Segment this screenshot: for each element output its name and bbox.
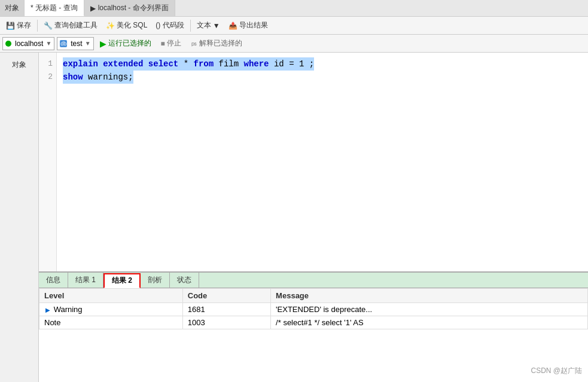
code-line-1: explain extended select * from film wher… <box>63 57 582 71</box>
separator-2 <box>190 20 191 32</box>
beautify-icon: ✨ <box>106 22 115 30</box>
host-label: localhost <box>15 39 43 48</box>
sidebar: 对象 <box>0 53 39 382</box>
row2-message: /* select#1 */ select '1' AS <box>271 316 588 329</box>
connection-status-icon <box>5 41 11 47</box>
result-tabs: 信息 结果 1 结果 2 剖析 状态 <box>39 273 588 288</box>
stop-button[interactable]: ■ 停止 <box>157 37 185 50</box>
beautify-sql-button[interactable]: ✨ 美化 SQL <box>102 19 151 32</box>
code-line-1-text: explain extended select * from film wher… <box>63 57 314 71</box>
connection-bar: localhost ▼ db test ▼ ▶ 运行已选择的 ■ 停止 ㎰ 解释… <box>0 35 588 53</box>
code-snippet-button[interactable]: () 代码段 <box>152 19 187 32</box>
results-grid: Level Code Message <box>39 288 588 329</box>
result-table[interactable]: Level Code Message <box>39 288 588 382</box>
separator-1 <box>37 20 38 32</box>
row-indicator-1: ▶ <box>44 307 51 313</box>
query-builder-button[interactable]: 🔧 查询创建工具 <box>40 19 101 32</box>
main-layout: 对象 1 2 explain extended <box>0 53 588 382</box>
stop-icon: ■ <box>161 39 165 48</box>
database-label: test <box>71 39 82 48</box>
col-message: Message <box>271 289 588 303</box>
row2-code: 1003 <box>182 316 270 329</box>
tab-result2[interactable]: 结果 2 <box>103 273 141 288</box>
text-button[interactable]: 文本 ▼ <box>193 19 224 32</box>
tab-result1[interactable]: 结果 1 <box>68 273 103 288</box>
database-icon: db <box>60 40 67 47</box>
table-row[interactable]: ▶ Warning 1681 'EXTENDED' is deprecate..… <box>39 303 588 316</box>
query-tab-label: * 无标题 - 查询 <box>31 3 78 13</box>
col-code: Code <box>182 289 270 303</box>
code-line-2: show warnings; <box>63 71 582 84</box>
line-numbers: 1 2 <box>39 53 57 271</box>
editor-area[interactable]: 1 2 explain extended select * from <box>39 53 588 271</box>
save-icon: 💾 <box>6 22 15 30</box>
console-tab-icon: ▶ <box>90 4 96 13</box>
code-line-2-text: show warnings; <box>63 71 133 84</box>
host-selector[interactable]: localhost ▼ <box>2 37 54 50</box>
database-selector[interactable]: db test ▼ <box>57 37 93 50</box>
dropdown-arrow-icon: ▼ <box>213 22 220 30</box>
line-number-1: 1 <box>42 57 53 71</box>
tab-status[interactable]: 状态 <box>170 273 199 288</box>
objects-panel-tab[interactable]: 对象 <box>0 0 25 16</box>
query-tab[interactable]: * 无标题 - 查询 <box>25 0 84 16</box>
watermark: CSDN @赵广陆 <box>531 366 582 376</box>
toolbar: 💾 保存 🔧 查询创建工具 ✨ 美化 SQL () 代码段 文本 ▼ 📤 导出结… <box>0 17 588 35</box>
run-button[interactable]: ▶ 运行已选择的 <box>96 37 155 50</box>
tab-profile[interactable]: 剖析 <box>141 273 170 288</box>
row1-code: 1681 <box>182 303 270 316</box>
row1-message: 'EXTENDED' is deprecate... <box>271 303 588 316</box>
host-dropdown-icon: ▼ <box>45 40 51 47</box>
bottom-panel: 信息 结果 1 结果 2 剖析 状态 <box>39 271 588 382</box>
export-button[interactable]: 📤 导出结果 <box>225 19 272 32</box>
console-tab[interactable]: ▶ localhost - 命令列界面 <box>84 0 175 16</box>
col-level: Level <box>39 289 183 303</box>
code-editor[interactable]: 1 2 explain extended select * from <box>39 53 588 271</box>
row1-level: ▶ Warning <box>39 303 183 316</box>
db-dropdown-icon: ▼ <box>85 40 91 47</box>
explain-icon: ㎰ <box>191 39 197 48</box>
run-icon: ▶ <box>100 39 106 48</box>
objects-tab-label: 对象 <box>5 3 19 13</box>
editor-container: 1 2 explain extended select * from <box>39 53 588 382</box>
title-bar: 对象 * 无标题 - 查询 ▶ localhost - 命令列界面 <box>0 0 588 17</box>
tab-info[interactable]: 信息 <box>39 273 68 288</box>
query-builder-icon: 🔧 <box>44 22 53 30</box>
table-header-row: Level Code Message <box>39 289 588 303</box>
explain-button[interactable]: ㎰ 解释已选择的 <box>187 37 246 50</box>
table-row[interactable]: Note 1003 /* select#1 */ select '1' AS <box>39 316 588 329</box>
save-button[interactable]: 💾 保存 <box>2 19 35 32</box>
export-icon: 📤 <box>229 22 237 30</box>
console-tab-label: localhost - 命令列界面 <box>98 3 169 13</box>
line-number-2: 2 <box>42 71 53 84</box>
code-content[interactable]: explain extended select * from film wher… <box>57 53 588 271</box>
row2-level: Note <box>39 316 183 329</box>
sidebar-objects[interactable]: 对象 <box>0 57 38 72</box>
